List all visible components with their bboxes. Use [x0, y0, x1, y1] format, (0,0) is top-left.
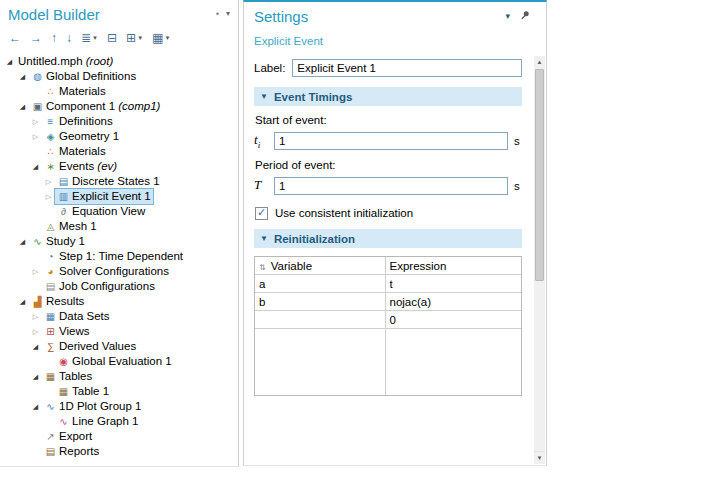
table-row[interactable]: at: [255, 275, 521, 293]
section-reinitialization[interactable]: ▼ Reinitialization: [254, 229, 522, 248]
tree-item-definitions[interactable]: ▷≡Definitions: [0, 114, 238, 129]
tree-item-content[interactable]: ▣Component 1 (comp1): [29, 99, 162, 114]
tree-item-content[interactable]: ▤Reports: [42, 444, 101, 459]
tree-item-content[interactable]: ∴Materials: [42, 84, 108, 99]
tree-item-content[interactable]: ▤Discrete States 1: [55, 174, 162, 189]
table-row[interactable]: bnojac(a): [255, 293, 521, 311]
tree-item-1d-plot-group-1[interactable]: ◢∿1D Plot Group 1: [0, 399, 238, 414]
tree-item-equation-view[interactable]: ∂Equation View: [0, 204, 238, 219]
pin-icon[interactable]: [519, 10, 530, 21]
table-cell[interactable]: nojac(a): [385, 293, 521, 311]
tree-item-export[interactable]: ↗Export: [0, 429, 238, 444]
tree-item-content[interactable]: ∗Events (ev): [42, 159, 119, 174]
collapse-node-icon[interactable]: ◢: [16, 73, 29, 81]
tree-item-content[interactable]: ▤Job Configurations: [42, 279, 157, 294]
tree-item-content[interactable]: ⊞Views: [42, 324, 91, 339]
tree-item-content[interactable]: ▦Tables: [42, 369, 94, 384]
table-cell[interactable]: b: [255, 293, 385, 311]
collapse-node-icon[interactable]: ◢: [29, 373, 42, 381]
collapse-node-icon[interactable]: ◢: [3, 58, 16, 66]
tree-item-materials-component[interactable]: ∴Materials: [0, 144, 238, 159]
tree-item-results[interactable]: ◢▟Results: [0, 294, 238, 309]
tree-item-global-definitions[interactable]: ◢◍Global Definitions: [0, 69, 238, 84]
tree-item-content[interactable]: ↗Export: [42, 429, 94, 444]
expand-node-icon[interactable]: ▷: [29, 313, 42, 321]
move-up-button[interactable]: ↑: [47, 28, 61, 48]
section-event-timings[interactable]: ▼ Event Timings: [254, 87, 522, 106]
tree-item-content[interactable]: ◉Global Evaluation 1: [55, 354, 174, 369]
tree-item-explicit-event-1[interactable]: ▷▥Explicit Event 1: [0, 189, 238, 204]
collapse-section-icon[interactable]: ▼: [260, 234, 268, 243]
tree-item-table-1[interactable]: ▦Table 1: [0, 384, 238, 399]
use-consistent-initialization-checkbox[interactable]: ✓: [255, 207, 268, 220]
collapse-section-icon[interactable]: ▼: [260, 92, 268, 101]
scrollbar-thumb[interactable]: [535, 69, 544, 281]
collapse-node-icon[interactable]: ◢: [16, 298, 29, 306]
table-cell[interactable]: [255, 311, 385, 329]
tree-item-discrete-states-1[interactable]: ▷▤Discrete States 1: [0, 174, 238, 189]
label-input[interactable]: [292, 59, 522, 77]
tree-item-geometry-1[interactable]: ▷◈Geometry 1: [0, 129, 238, 144]
tree-item-global-evaluation-1[interactable]: ◉Global Evaluation 1: [0, 354, 238, 369]
tree-item-reports[interactable]: ▤Reports: [0, 444, 238, 459]
start-of-event-input[interactable]: [274, 132, 508, 150]
table-cell[interactable]: t: [385, 275, 521, 293]
tree-item-content[interactable]: ∿1D Plot Group 1: [42, 399, 143, 414]
table-row[interactable]: 0: [255, 311, 521, 329]
tree-item-derived-values[interactable]: ◢∑Derived Values: [0, 339, 238, 354]
tree-item-step-1-time-dependent[interactable]: ◔Step 1: Time Dependent: [0, 249, 238, 264]
period-of-event-input[interactable]: [274, 177, 508, 195]
expand-node-icon[interactable]: ▷: [29, 118, 42, 126]
tree-item-views[interactable]: ▷⊞Views: [0, 324, 238, 339]
collapse-node-icon[interactable]: ◢: [29, 163, 42, 171]
collapse-node-icon[interactable]: ◢: [29, 343, 42, 351]
forward-button[interactable]: →: [26, 28, 46, 48]
tree-item-solver-configurations[interactable]: ▷◕Solver Configurations: [0, 264, 238, 279]
tree-item-content[interactable]: ◔Step 1: Time Dependent: [42, 249, 185, 264]
collapse-node-icon[interactable]: ◢: [16, 103, 29, 111]
tree-item-content[interactable]: ∿Study 1: [29, 234, 87, 249]
tree-item-line-graph-1[interactable]: ∿Line Graph 1: [0, 414, 238, 429]
tree-item-mesh-1[interactable]: ◬Mesh 1: [0, 219, 238, 234]
tree-item-content[interactable]: ▟Results: [29, 294, 86, 309]
scroll-down-icon[interactable]: ▼: [534, 451, 545, 464]
table-cell[interactable]: a: [255, 275, 385, 293]
expand-node-icon[interactable]: ▷: [42, 193, 55, 201]
view-options-button[interactable]: ▦▼: [148, 28, 174, 48]
collapse-node-icon[interactable]: ◢: [16, 238, 29, 246]
table-cell[interactable]: 0: [385, 311, 521, 329]
tree-item-materials-global[interactable]: ∴Materials: [0, 84, 238, 99]
collapse-all-button[interactable]: ⊟: [103, 28, 121, 48]
expand-node-icon[interactable]: ▷: [29, 268, 42, 276]
tree-item-content[interactable]: ◈Geometry 1: [42, 129, 121, 144]
tree-item-data-sets[interactable]: ▷▦Data Sets: [0, 309, 238, 324]
settings-menu-icon[interactable]: ▾: [505, 11, 510, 21]
tree-item-content[interactable]: ∑Derived Values: [42, 339, 138, 354]
tree-item-root[interactable]: ◢Untitled.mph (root): [0, 54, 238, 69]
panel-menu-icon[interactable]: ▾: [226, 9, 230, 18]
column-header-variable[interactable]: ⇅Variable: [255, 257, 385, 275]
tree-item-content[interactable]: ◬Mesh 1: [42, 219, 99, 234]
tree-item-job-configurations[interactable]: ▤Job Configurations: [0, 279, 238, 294]
detach-icon[interactable]: ▪: [216, 9, 219, 18]
tree-item-study-1[interactable]: ◢∿Study 1: [0, 234, 238, 249]
tree-item-content[interactable]: ◕Solver Configurations: [42, 264, 171, 279]
column-header-expression[interactable]: Expression: [385, 257, 521, 275]
expand-node-icon[interactable]: ▷: [29, 133, 42, 141]
tree-item-content[interactable]: ≡Definitions: [42, 114, 115, 129]
tree-item-component-1[interactable]: ◢▣Component 1 (comp1): [0, 99, 238, 114]
tree-item-tables[interactable]: ◢▦Tables: [0, 369, 238, 384]
expand-all-button[interactable]: ⊞▼: [122, 28, 147, 48]
scroll-up-icon[interactable]: ▲: [534, 56, 545, 68]
settings-scrollbar[interactable]: ▲ ▼: [534, 56, 545, 464]
tree-item-content[interactable]: ∂Equation View: [55, 204, 147, 219]
tree-item-events[interactable]: ◢∗Events (ev): [0, 159, 238, 174]
tree-item-content[interactable]: ▥Explicit Event 1: [55, 189, 153, 204]
tree-item-content[interactable]: ◍Global Definitions: [29, 69, 138, 84]
expand-node-icon[interactable]: ▷: [29, 328, 42, 336]
back-button[interactable]: ←: [5, 28, 25, 48]
move-down-button[interactable]: ↓: [62, 28, 76, 48]
tree-item-content[interactable]: ∴Materials: [42, 144, 108, 159]
tree-item-content[interactable]: ∿Line Graph 1: [55, 414, 141, 429]
tree-item-content[interactable]: ▦Table 1: [55, 384, 111, 399]
